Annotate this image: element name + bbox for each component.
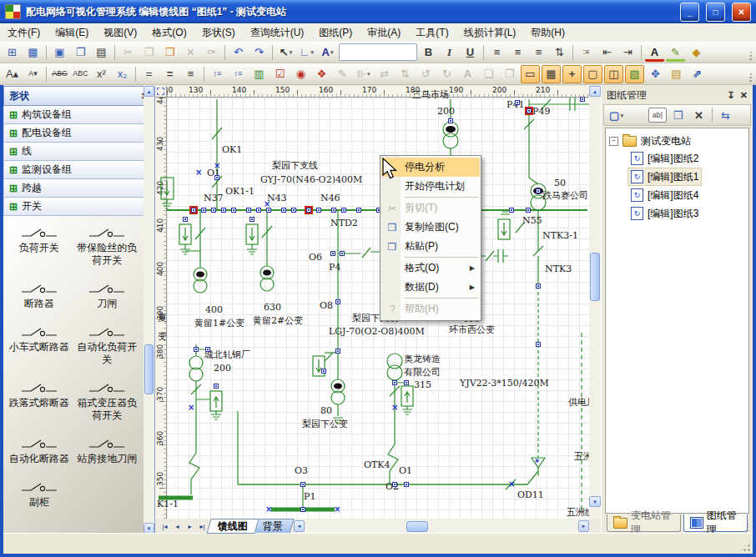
scroll-up-icon[interactable]: ▴ [589,86,601,97]
delete-sheet-icon[interactable]: ✕ [689,106,708,124]
selection-handle[interactable] [341,208,346,213]
selection-handle[interactable] [214,384,219,389]
rotate-right-icon[interactable]: ↻ [437,65,456,83]
line-spacing-15-icon[interactable]: = [160,65,179,83]
ctx-help[interactable]: ? 帮助(H) [381,299,480,319]
shape-box-transformer-load-switch[interactable]: 箱式变压器负荷开关 [73,383,142,422]
print-icon[interactable]: ▤ [92,43,111,62]
highlight-icon[interactable]: ✎ [666,46,685,62]
menu-shape[interactable]: 形状(S) [194,23,243,43]
selection-handle[interactable] [536,284,541,289]
italic-icon[interactable]: I [440,43,459,62]
menu-help[interactable]: 帮助(H) [523,23,572,43]
maximize-button[interactable]: □ [706,3,725,22]
group-crossings[interactable]: ⊞ 跨越 [3,179,154,198]
shape-station-ground-knife[interactable]: 站房接地刀闸 [73,439,142,465]
find-device-icon[interactable]: ◉ [291,65,310,83]
selection-handle[interactable] [526,208,531,213]
menu-view[interactable]: 视图(V) [96,23,144,43]
selection-handle[interactable] [300,482,305,487]
selection-handle[interactable] [321,369,326,374]
selection-handle[interactable] [536,188,541,193]
scroll-right-icon[interactable]: ▸ [578,520,589,532]
pointer-tool-icon[interactable]: ↖ [276,43,295,62]
save-icon[interactable]: ▣ [50,43,69,62]
tree-root-substation[interactable]: − 测试变电站 [607,133,747,149]
color-scheme-toggle-icon[interactable]: ▧ [625,65,644,83]
scroll-up-icon[interactable]: ▴ [144,86,154,97]
undo-icon[interactable]: ↶ [229,43,248,62]
cut-icon[interactable]: ✂ [118,43,138,62]
line-spacing-2-icon[interactable]: ≡ [181,65,200,83]
selection-handle[interactable] [201,208,206,213]
pointer-mode-icon[interactable]: ⇗ [688,65,707,83]
selection-handle[interactable] [448,118,453,123]
copy-sheet-icon[interactable]: ❐ [668,106,688,124]
selection-handle[interactable] [291,208,296,213]
bold-icon[interactable]: B [419,43,438,62]
group-switches[interactable]: ⊞ 开关 [3,198,154,216]
close-icon[interactable]: ✕ [740,90,748,101]
edit-note-icon[interactable]: ✎ [333,65,352,83]
tree-sheet-4[interactable]: ↻ [编辑]图纸4 [627,186,702,204]
flip-vertical-icon[interactable]: ⇅ [396,65,415,83]
selection-handle[interactable] [356,208,361,213]
align-left-icon[interactable]: ≡ [487,43,507,62]
tab-substation-management[interactable]: 变电站管理 [607,514,681,532]
open-sheet-icon[interactable] [627,106,647,124]
menu-line-loss[interactable]: 线损计算(L) [456,23,524,43]
shape-auto-load-switch[interactable]: 自动化负荷开关 [73,327,142,366]
selection-handle[interactable] [306,208,311,213]
double-strike-icon[interactable]: ABC [71,65,90,83]
menu-query-stats[interactable]: 查询统计(U) [243,23,312,43]
pan-zoom-icon[interactable]: ✥ [646,65,665,83]
group-lines[interactable]: ⊞ 线 [3,143,154,161]
font-name-combo[interactable] [339,43,417,61]
selection-handle[interactable] [256,208,261,213]
ctx-paste[interactable]: ❒ 粘贴(P) [381,237,480,256]
selection-handle[interactable] [316,208,321,213]
line-spacing-1-icon[interactable]: = [139,65,159,83]
format-painter-icon[interactable]: ✑ [202,43,221,62]
prev-sheet-button[interactable]: ◂ [171,520,184,533]
page-setup-icon[interactable]: ▤ [667,65,686,83]
pin-icon[interactable]: ↧ [728,90,735,101]
group-distribution-devices[interactable]: ⊞ 配电设备组 [3,124,154,143]
selection-handle[interactable] [404,380,409,385]
copy-icon[interactable]: ❐ [139,43,159,62]
text-tool-icon[interactable]: A [318,43,337,62]
tree-sheet-3[interactable]: ↻ [编辑]图纸3 [627,204,702,223]
fill-color-icon[interactable]: ◆ [687,43,706,62]
menu-sheet[interactable]: 图纸(P) [311,23,360,43]
flip-horizontal-icon[interactable]: ⇄ [375,65,394,83]
grid-toggle-icon[interactable]: ▦ [542,65,561,83]
rename-sheet-icon[interactable]: ab| [648,108,667,123]
tab-sheet-management[interactable]: 图纸管理 [683,514,748,532]
selection-handle[interactable] [527,108,532,113]
sync-station-icon[interactable]: ⇆ [716,106,735,124]
selection-handle[interactable] [211,208,216,213]
new-diagram-icon[interactable]: ⊞ [3,43,22,62]
shape-fused-load-switch[interactable]: 带保险丝的负荷开关 [73,228,142,267]
tree-sheet-1[interactable]: ↻ [编辑]图纸1 [627,168,702,186]
menu-tools[interactable]: 工具(T) [408,23,456,43]
approve-stamp-icon[interactable]: ❖ [312,65,331,83]
shape-knife-switch[interactable]: 刀闸 [73,284,142,310]
font-shrink-icon[interactable]: A▾ [23,65,43,83]
selection-handle[interactable] [205,347,210,352]
selection-handle[interactable] [404,482,409,487]
align-center-icon[interactable]: ≡ [508,43,527,62]
subscript-icon[interactable]: x₂ [113,65,132,83]
check-save-icon[interactable]: ☑ [270,65,290,83]
canvas-vertical-scrollbar[interactable]: ▴ ▾ [589,86,601,519]
selection-handle[interactable] [392,482,397,487]
selection-handle[interactable] [221,208,226,213]
rotate-text-icon[interactable]: A [458,65,477,83]
numbering-icon[interactable]: :≡ [577,43,596,62]
stencil-scrollbar[interactable]: ▴ ▾ [144,86,154,534]
send-backward-icon[interactable]: ❐ [500,65,519,83]
device-table-icon[interactable]: ▦ [23,43,43,62]
close-button[interactable]: ✕ [732,3,751,22]
align-right-icon[interactable]: ≡ [529,43,548,62]
delete-icon[interactable]: ✕ [181,43,200,62]
